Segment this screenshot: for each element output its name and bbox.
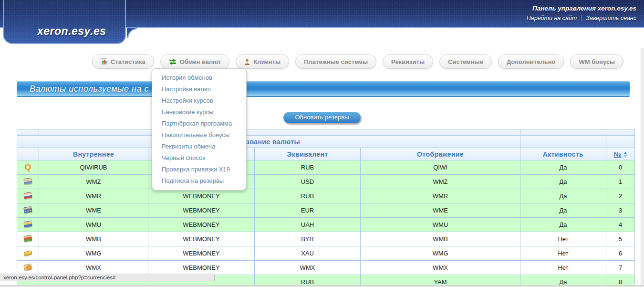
cell-internal: WMR [39,189,148,203]
col-number-sort[interactable]: № [606,148,635,160]
cell-activity: Да [520,175,606,189]
cell-display: WMU [361,218,520,232]
cell-equivalent: USD [255,175,361,189]
user-icon [244,59,250,65]
wallet-coin-icon [23,263,32,271]
cell-display: WMG [361,246,520,261]
end-session-link[interactable]: Завершить сеанс [586,15,636,21]
site-logo: xeron.esy.es [37,25,106,38]
nav-button-label: Реквизиты [391,58,425,65]
menu-item[interactable]: Реквизиты обмена [152,140,246,152]
menu-item[interactable]: Настройки курсов [152,95,246,106]
panel-title: Панель управления xeron.esy.es [532,5,636,12]
table-row: WME WEBMONEY EUR WME Да 3 [17,203,635,218]
nav-button[interactable]: Реквизиты [383,54,433,69]
cell-system: WEBMONEY [148,261,255,275]
nav-button-label: Дополнительно [507,58,556,65]
cell-activity: Да [520,160,606,175]
cell-activity: Нет [520,261,606,275]
cell-equivalent: BYR [255,232,361,246]
cell-display: QIWI [361,160,520,175]
nav-button[interactable]: Дополнительно [498,54,564,69]
nav-button-label: Системные [448,58,483,65]
nav-button[interactable]: Обмен валют [160,54,230,69]
nav-button-label: Обмен валют [180,58,221,65]
menu-item[interactable]: Настройки валют [152,83,246,95]
col-activity: Активность [520,148,606,160]
gold-bar-icon [23,250,32,256]
cell-number: 7 [606,261,635,275]
wallet-eur-icon [23,206,32,213]
cell-number: 5 [606,232,635,246]
header-links: Перейти на сайт Завершить сеанс [527,15,636,21]
table-row: WMX WEBMONEY WMX WMX Нет 7 [17,261,635,275]
cell-internal: WMG [39,246,148,261]
menu-item[interactable]: История обменов [152,72,246,83]
cell-activity: Нет [520,232,606,246]
col-icon [17,148,39,160]
refresh-reserves-button[interactable]: Обновить резервы [283,112,360,123]
table-row: QIWIRUB RUB QIWI Да 0 [17,160,635,175]
menu-item[interactable]: Партнёрская программа [152,117,246,129]
cell-activity: Да [520,203,606,218]
cell-system: WEBMONEY [148,203,255,218]
col-equivalent: Эквивалент [255,148,361,160]
cell-number: 3 [606,203,635,218]
nav-button[interactable]: Системные [439,54,492,69]
table-row: WMR WEBMONEY RUB WMR Да 2 [17,189,635,203]
cell-display: WMZ [361,175,520,189]
cell-equivalent: WMX [255,261,361,275]
cell-system: WEBMONEY [148,189,255,203]
nav-button-label: Клиенты [253,58,280,65]
menu-item[interactable]: Проверка привязки X19 [152,163,246,175]
cell-equivalent: RUB [255,189,361,203]
sort-icon [623,152,627,158]
menu-item[interactable]: Чёрный список [152,152,246,163]
cell-display: WME [361,203,520,218]
cell-activity: Нет [520,246,606,261]
logo-tab-curve [127,28,137,38]
cell-system: WEBMONEY [148,232,255,246]
cell-internal: WME [39,203,148,218]
nav-button[interactable]: WM бонусы [570,54,623,69]
menu-item[interactable]: Банковские курсы [152,106,246,117]
cell-activity: Да [520,189,606,203]
col-display: Отображение [361,148,520,160]
nav-button-label: Статистика [111,58,145,65]
nav-button-label: WM бонусы [579,58,615,65]
nav-button[interactable]: Клиенты [236,54,289,69]
cell-equivalent: RUB [255,160,361,175]
cell-number: 4 [606,218,635,232]
bottom-strip [0,285,644,287]
cell-number: 1 [606,175,635,189]
table-row: WMB WEBMONEY BYR WMB Нет 5 [17,232,635,246]
cell-number: 6 [606,246,635,261]
nav-button[interactable]: Статистика [92,54,154,69]
cell-system: WEBMONEY [148,218,255,232]
table-row: WMU WEBMONEY UAH WMU Да 4 [17,218,635,232]
page-title: Валюты используемые на с [17,81,630,94]
menu-item[interactable]: Накопительные бонусы [152,129,246,140]
cell-internal: WMX [39,261,148,275]
cell-activity: Да [520,218,606,232]
menu-item[interactable]: Подписка на резервы [152,175,246,186]
group-header-currency-name: Название валюты [17,136,520,148]
table-top-row [17,129,635,136]
column-header-row: Внутреннее Эквивалент Отображение Активн… [17,148,635,160]
scrollbar-track[interactable] [641,48,644,287]
go-to-site-link[interactable]: Перейти на сайт [527,15,577,21]
cell-internal: QIWIRUB [39,160,148,175]
page-banner: Валюты используемые на с [17,81,630,97]
cell-internal: WMU [39,218,148,232]
nav-button[interactable]: Платежные системы [295,54,376,69]
cell-internal: WMB [39,232,148,246]
cell-display: WMR [361,189,520,203]
exchange-icon [169,59,177,65]
table-row: WMZ WEBMONEY USD WMZ Да 1 [17,175,635,189]
col-internal: Внутреннее [39,148,148,160]
status-bar-url: xeron.esy.es/control-panel.php?p=currenc… [0,274,215,281]
cell-number: 0 [606,160,635,175]
wallet-usd-icon [23,177,32,185]
qiwi-icon [24,163,32,172]
wallet-uah-icon [23,220,32,228]
